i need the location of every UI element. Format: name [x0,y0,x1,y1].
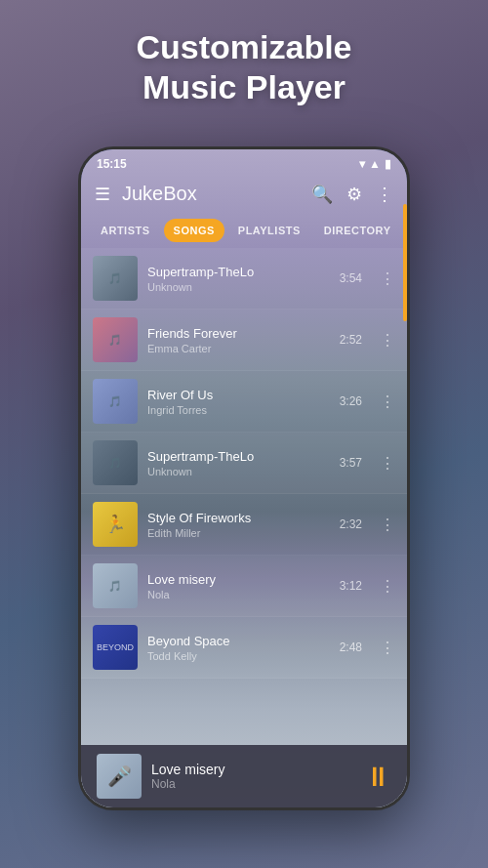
song-list: 🎵 Supertramp-TheLo Unknown 3:54 ⋮ 🎵 Frie… [81,248,407,679]
song-duration: 2:32 [340,517,362,531]
song-info: River Of Us Ingrid Torres [147,388,330,416]
song-more-icon[interactable]: ⋮ [380,393,395,411]
song-info: Love misery Nola [147,572,330,600]
list-item[interactable]: 🎵 River Of Us Ingrid Torres 3:26 ⋮ [81,371,407,433]
phone-frame: 15:15 ▾ ▲ ▮ ☰ JukeBox 🔍 ⚙ ⋮ ARTISTS SONG… [78,146,410,810]
now-playing-bar[interactable]: 🎤 Love misery Nola ⏸ [81,745,407,807]
song-info: Style Of Fireworks Edith Miller [147,511,330,539]
song-thumbnail: 🏃 [93,502,138,547]
scroll-indicator [403,204,407,321]
tab-songs[interactable]: SONGS [164,219,224,242]
list-item[interactable]: 🏃 Style Of Fireworks Edith Miller 2:32 ⋮ [81,494,407,556]
song-title: Friends Forever [147,326,330,341]
now-playing-thumbnail: 🎤 [97,754,142,799]
song-title: Love misery [147,572,330,587]
search-icon[interactable]: 🔍 [311,184,333,205]
song-duration: 3:54 [340,271,362,285]
song-title: Style Of Fireworks [147,511,330,525]
more-options-icon[interactable]: ⋮ [376,184,393,205]
status-icons: ▾ ▲ ▮ [359,157,391,171]
app-bar-actions: 🔍 ⚙ ⋮ [311,184,393,205]
wifi-icon: ▾ [359,157,365,171]
now-playing-artist: Nola [151,777,354,791]
status-bar: 15:15 ▾ ▲ ▮ [81,149,407,175]
equalizer-icon[interactable]: ⚙ [346,184,362,205]
song-more-icon[interactable]: ⋮ [380,454,395,473]
list-item[interactable]: 🎵 Friends Forever Emma Carter 2:52 ⋮ [81,310,407,371]
song-artist: Todd Kelly [147,650,330,662]
status-time: 15:15 [97,157,127,171]
song-duration: 2:52 [340,333,362,347]
battery-icon: ▮ [385,157,391,171]
song-duration: 2:48 [340,641,362,654]
song-artist: Unknown [147,281,330,293]
list-item[interactable]: 🎵 Supertramp-TheLo Unknown 3:57 ⋮ [81,433,407,494]
song-duration: 3:12 [340,579,362,593]
hero-title: CustomizableMusic Player [0,27,488,107]
song-more-icon[interactable]: ⋮ [380,516,395,534]
signal-icon: ▲ [369,157,381,171]
list-item[interactable]: BEYOND Beyond Space Todd Kelly 2:48 ⋮ [81,617,407,679]
song-title: Supertramp-TheLo [147,265,330,279]
song-artist: Edith Miller [147,527,330,539]
pause-icon: ⏸ [364,761,391,793]
song-artist: Nola [147,589,330,600]
song-info: Friends Forever Emma Carter [147,326,330,354]
song-more-icon[interactable]: ⋮ [380,269,395,288]
song-thumbnail: 🎵 [93,256,138,301]
app-bar: ☰ JukeBox 🔍 ⚙ ⋮ [81,175,407,213]
tab-playlists[interactable]: PLAYLISTS [228,219,310,242]
menu-icon[interactable]: ☰ [95,184,110,205]
now-playing-info: Love misery Nola [151,762,354,791]
app-title: JukeBox [122,183,311,205]
pause-button[interactable]: ⏸ [364,761,391,793]
song-info: Beyond Space Todd Kelly [147,634,330,662]
song-artist: Ingrid Torres [147,404,330,416]
phone-screen: 15:15 ▾ ▲ ▮ ☰ JukeBox 🔍 ⚙ ⋮ ARTISTS SONG… [81,149,407,807]
song-artist: Unknown [147,466,330,477]
song-thumbnail: 🎵 [93,379,138,424]
tabs-bar: ARTISTS SONGS PLAYLISTS DIRECTORY [81,213,407,248]
song-title: Beyond Space [147,634,330,648]
tab-directory[interactable]: DIRECTORY [314,219,401,242]
tab-artists[interactable]: ARTISTS [91,219,160,242]
list-item[interactable]: 🎵 Love misery Nola 3:12 ⋮ [81,556,407,617]
song-thumbnail: 🎵 [93,440,138,485]
song-more-icon[interactable]: ⋮ [380,639,395,657]
song-title: River Of Us [147,388,330,402]
song-artist: Emma Carter [147,343,330,354]
song-thumbnail: 🎵 [93,317,138,362]
song-info: Supertramp-TheLo Unknown [147,449,330,477]
song-thumbnail: BEYOND [93,625,138,670]
song-more-icon[interactable]: ⋮ [380,577,395,596]
song-duration: 3:57 [340,456,362,470]
song-duration: 3:26 [340,394,362,408]
song-more-icon[interactable]: ⋮ [380,331,395,350]
song-info: Supertramp-TheLo Unknown [147,265,330,293]
list-item[interactable]: 🎵 Supertramp-TheLo Unknown 3:54 ⋮ [81,248,407,310]
song-title: Supertramp-TheLo [147,449,330,464]
song-thumbnail: 🎵 [93,563,138,608]
now-playing-title: Love misery [151,762,354,777]
